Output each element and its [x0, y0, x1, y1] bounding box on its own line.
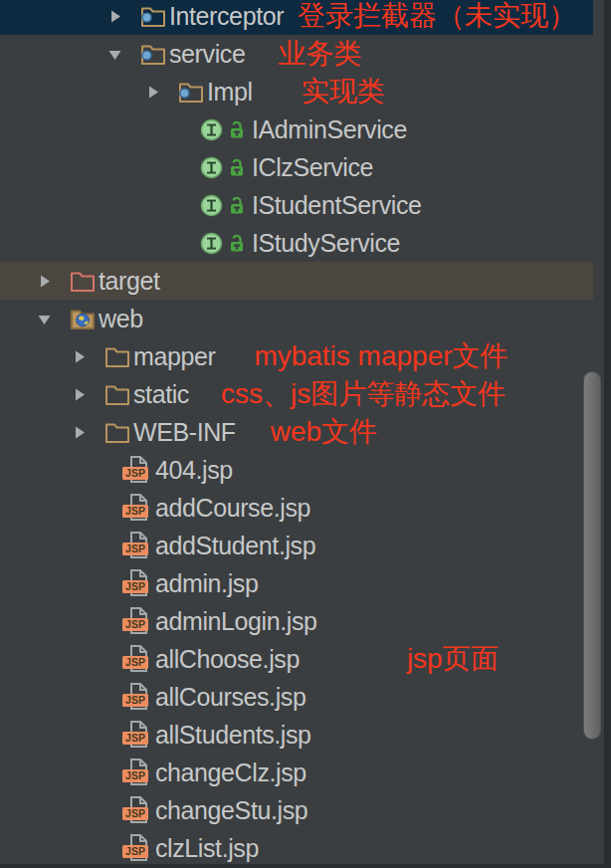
red-annotation: css、js图片等静态文件	[221, 375, 506, 413]
tree-item-label: mapper	[133, 342, 215, 371]
tree-row-istudyservice[interactable]: IStudyService	[0, 224, 593, 262]
folder-icon	[104, 419, 130, 445]
tree-item-label: IClzService	[252, 153, 373, 182]
chevron-right-icon[interactable]	[72, 387, 87, 402]
chevron-right-icon[interactable]	[72, 349, 87, 364]
red-annotation: mybatis mapper文件	[254, 337, 508, 375]
source-folder-icon	[140, 3, 166, 29]
jsp-file-icon: JSP	[121, 795, 151, 825]
jsp-file-icon: JSP	[121, 568, 151, 598]
tree-item-label: allStudents.jsp	[155, 721, 311, 750]
web-folder-icon	[70, 306, 96, 331]
svg-text:JSP: JSP	[125, 505, 145, 517]
tree-row-interceptor[interactable]: Interceptor登录拦截器（未实现）	[0, 0, 593, 35]
svg-text:JSP: JSP	[125, 580, 145, 592]
tree-item-label: web	[99, 305, 143, 333]
source-folder-icon	[178, 79, 204, 105]
project-tree: Interceptor登录拦截器（未实现）service业务类Impl实现类IA…	[0, 0, 611, 867]
tree-row-clzlist-jsp[interactable]: JSPclzList.jsp	[0, 829, 593, 867]
panel-bottom-border	[0, 864, 611, 868]
tree-item-label: IStudentService	[252, 191, 422, 220]
jsp-file-icon: JSP	[121, 644, 151, 674]
tree-item-label: addStudent.jsp	[155, 532, 315, 560]
tree-row-changestu-jsp[interactable]: JSPchangeStu.jsp	[0, 791, 593, 829]
tree-item-label: allChoose.jsp	[155, 645, 300, 674]
tree-item-label: IStudyService	[252, 229, 400, 258]
chevron-down-icon[interactable]	[37, 312, 52, 326]
chevron-right-icon[interactable]	[72, 425, 87, 440]
jsp-file-icon: JSP	[121, 720, 151, 750]
tree-item-label: allCourses.jsp	[155, 683, 306, 712]
tree-row-impl[interactable]: Impl实现类	[0, 73, 593, 110]
project-tree-panel: Interceptor登录拦截器（未实现）service业务类Impl实现类IA…	[0, 0, 611, 868]
red-annotation: 登录拦截器（未实现）	[298, 0, 576, 35]
tree-row-allcourses-jsp[interactable]: JSPallCourses.jsp	[0, 678, 593, 716]
red-annotation: 实现类	[302, 73, 385, 110]
tree-row-allstudents-jsp[interactable]: JSPallStudents.jsp	[0, 716, 593, 754]
tree-row-404-jsp[interactable]: JSP404.jsp	[0, 451, 593, 489]
chevron-right-icon[interactable]	[145, 85, 160, 100]
tree-row-addcourse-jsp[interactable]: JSPaddCourse.jsp	[0, 489, 593, 527]
tree-row-iadminservice[interactable]: IAdminService	[0, 110, 593, 148]
red-annotation: jsp页面	[407, 640, 499, 678]
chevron-right-icon[interactable]	[37, 274, 52, 289]
tree-row-target[interactable]: target	[0, 262, 593, 300]
jsp-file-icon: JSP	[121, 531, 151, 560]
interface-icon	[200, 118, 223, 141]
tree-item-label: admin.jsp	[155, 569, 258, 598]
chevron-down-icon[interactable]	[107, 47, 122, 62]
svg-text:JSP: JSP	[125, 845, 145, 857]
vertical-scrollbar-thumb[interactable]	[583, 371, 601, 740]
interface-icon	[200, 194, 223, 217]
svg-text:JSP: JSP	[125, 656, 145, 668]
tree-item-label: changeClz.jsp	[155, 759, 306, 787]
tree-item-label: Interceptor	[169, 2, 284, 31]
tree-row-addstudent-jsp[interactable]: JSPaddStudent.jsp	[0, 527, 593, 564]
jsp-file-icon: JSP	[121, 833, 151, 863]
tree-item-label: clzList.jsp	[155, 834, 259, 863]
tree-item-label: 404.jsp	[155, 456, 233, 485]
folder-icon	[104, 343, 130, 369]
unlocked-padlock-icon	[228, 158, 245, 177]
tree-row-service[interactable]: service业务类	[0, 35, 593, 73]
tree-row-istudentservice[interactable]: IStudentService	[0, 186, 593, 224]
tree-row-admin-jsp[interactable]: JSPadmin.jsp	[0, 564, 593, 602]
tree-row-allchoose-jsp[interactable]: JSPallChoose.jspjsp页面	[0, 640, 593, 678]
svg-text:JSP: JSP	[125, 769, 145, 781]
tree-row-iclzservice[interactable]: IClzService	[0, 148, 593, 186]
jsp-file-icon: JSP	[121, 493, 151, 523]
tree-row-changeclz-jsp[interactable]: JSPchangeClz.jsp	[0, 754, 593, 791]
folder-icon	[104, 381, 130, 407]
interface-icon	[200, 232, 223, 255]
interface-icon	[200, 156, 223, 179]
red-annotation: web文件	[271, 413, 377, 451]
tree-row-web[interactable]: web	[0, 300, 593, 337]
tree-item-label: service	[169, 40, 245, 69]
unlocked-padlock-icon	[228, 234, 245, 253]
panel-right-border	[604, 0, 611, 868]
chevron-right-icon[interactable]	[107, 9, 122, 24]
red-annotation: 业务类	[278, 35, 361, 73]
tree-item-label: static	[133, 380, 189, 409]
tree-item-label: addCourse.jsp	[155, 494, 310, 523]
unlocked-padlock-icon	[228, 196, 245, 215]
tree-row-web-inf[interactable]: WEB-INFweb文件	[0, 413, 593, 451]
svg-text:JSP: JSP	[125, 542, 145, 554]
svg-text:JSP: JSP	[125, 732, 145, 744]
svg-text:JSP: JSP	[125, 618, 145, 630]
svg-text:JSP: JSP	[125, 467, 145, 479]
tree-item-label: Impl	[207, 78, 253, 107]
tree-item-label: adminLogin.jsp	[155, 607, 317, 636]
jsp-file-icon: JSP	[121, 758, 151, 787]
jsp-file-icon: JSP	[121, 682, 151, 712]
jsp-file-icon: JSP	[121, 455, 151, 485]
tree-item-label: IAdminService	[252, 115, 407, 144]
unlocked-padlock-icon	[228, 120, 245, 139]
excluded-folder-icon	[70, 268, 96, 294]
tree-row-adminlogin-jsp[interactable]: JSPadminLogin.jsp	[0, 602, 593, 640]
tree-item-label: target	[99, 267, 160, 296]
tree-item-label: changeStu.jsp	[155, 796, 307, 825]
tree-row-static[interactable]: staticcss、js图片等静态文件	[0, 375, 593, 413]
svg-text:JSP: JSP	[125, 694, 145, 706]
tree-row-mapper[interactable]: mappermybatis mapper文件	[0, 337, 593, 375]
